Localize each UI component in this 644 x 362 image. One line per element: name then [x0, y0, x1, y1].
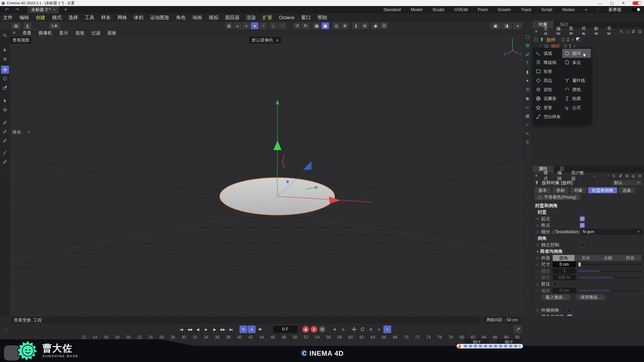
bevel-shape-option[interactable]: 圆角	[553, 255, 575, 261]
attribute-section-tab[interactable]: 封盖和倒角	[588, 187, 617, 193]
ruler-number[interactable]: 54	[315, 335, 319, 340]
extrude-checkbox[interactable]: ✓	[553, 282, 557, 287]
menu-item[interactable]: 运动图形	[150, 14, 169, 21]
layout-item[interactable]: Script	[541, 7, 552, 12]
collapse-icon[interactable]: ∨	[535, 249, 540, 253]
redo-icon[interactable]: ↷	[14, 7, 21, 13]
sculpt-tool-icon[interactable]: ∿	[524, 130, 531, 137]
close-button[interactable]: ✕	[621, 1, 626, 5]
row-both-bevel[interactable]: ∨ 两者均倒角	[535, 248, 641, 255]
expand-icon[interactable]: −	[534, 38, 538, 41]
spline-menu-item[interactable]: 轮廓	[562, 94, 591, 103]
ruler-number[interactable]: 70	[404, 335, 409, 340]
spline-menu-item[interactable]: 公式	[562, 103, 591, 112]
text-tool-icon[interactable]: T	[524, 60, 531, 66]
coordinate-system-button[interactable]: L⊕	[49, 22, 60, 29]
spline-menu-item[interactable]: 摆线	[562, 85, 591, 94]
ruler-number[interactable]: 44	[259, 335, 264, 340]
bevel-shape-option[interactable]: 样条	[619, 255, 641, 261]
magnify-icon[interactable]	[1, 31, 9, 39]
mirror-tool-button[interactable]: ∦	[352, 22, 360, 29]
ruler-number[interactable]: 30	[182, 335, 186, 340]
ruler-number[interactable]: 42	[248, 335, 253, 340]
om-filter-icon[interactable]: ⇵	[632, 29, 635, 34]
marker-icon[interactable]: A	[248, 326, 256, 333]
menu-item[interactable]: Octane	[279, 15, 294, 20]
attribute-section-tab[interactable]: 坐标	[552, 187, 569, 193]
menu-item[interactable]: 体积	[134, 14, 143, 21]
paint-tool-icon[interactable]: ✓	[524, 121, 531, 128]
layer-grid-icon[interactable]: ▦	[524, 113, 531, 119]
ruler-number[interactable]: 74	[426, 335, 431, 340]
render-settings-button[interactable]: ◨	[502, 22, 512, 29]
phong-tag-icon[interactable]	[576, 37, 581, 42]
document-tab[interactable]: 未标题 2 * ×	[28, 6, 59, 13]
viewport-menu-item[interactable]: 选项	[75, 30, 84, 36]
spline-menu-item[interactable]: 星形	[534, 103, 562, 112]
am-back-icon[interactable]: ←	[593, 173, 597, 178]
key-settings-icon[interactable]	[319, 326, 326, 333]
spline-menu-item[interactable]: 花瓣形	[534, 94, 562, 103]
bevel-shape-option[interactable]: 步幅	[597, 255, 619, 261]
record-point-icon[interactable]	[350, 326, 358, 333]
ruler-number[interactable]: 14	[93, 335, 97, 340]
minimize-button[interactable]: —	[598, 1, 603, 5]
menu-item[interactable]: 跟踪器	[225, 14, 239, 21]
spline-pen-icon[interactable]	[1, 118, 9, 126]
subdivision-slider[interactable]	[578, 270, 641, 272]
ruler-number[interactable]: 32	[193, 335, 197, 340]
shading-wire-button[interactable]: ◒	[234, 22, 241, 29]
viewport-menu-item[interactable]: 过滤	[91, 30, 100, 36]
go-end-icon[interactable]: ▶|	[227, 326, 235, 333]
layout-item[interactable]: Groom	[498, 7, 511, 12]
start-checkbox[interactable]: ✓	[580, 216, 585, 221]
tessellation-dropdown[interactable]: N-gon▼	[580, 229, 643, 235]
spline-menu-item[interactable]: 四边	[534, 76, 562, 85]
tab-add-button[interactable]: +	[64, 7, 67, 13]
am-lock-icon[interactable]: ⊟	[625, 173, 628, 178]
axis-lock-x-button[interactable]: X	[24, 22, 31, 29]
move-icon[interactable]	[1, 66, 9, 74]
object-name[interactable]: 放样	[546, 37, 555, 43]
ruler-number[interactable]: 68	[393, 335, 397, 340]
go-start-icon[interactable]: |◀	[177, 326, 185, 333]
viewport[interactable]: ≡ 查看摄像机显示选项过滤面板 透视视图 默认摄像机 ⊞ 移动 + Y Z X	[10, 30, 522, 316]
ruler-number[interactable]: 34	[204, 335, 208, 340]
shading-lines-button[interactable]: ◔	[259, 22, 267, 29]
menu-item[interactable]: 动画	[192, 14, 202, 21]
om-search-icon[interactable]	[620, 30, 623, 33]
timeline-expand-icon[interactable]	[514, 325, 522, 333]
phong-tab[interactable]: ◯ 平滑着色(Phong)	[535, 194, 580, 200]
ruler-number[interactable]: 12	[82, 335, 86, 340]
am-hamburger-icon[interactable]: ≡	[535, 173, 538, 178]
save-preset-button[interactable]: 保存预设...	[576, 294, 606, 300]
quantize-snap-button[interactable]: ▦	[321, 22, 329, 29]
layout-item[interactable]: Paint	[478, 7, 488, 12]
attribute-section-tab[interactable]: 对象	[570, 187, 586, 193]
keyframe-bar-icon[interactable]: ≡	[375, 326, 383, 333]
ruler-number[interactable]: 24	[148, 335, 153, 340]
new-ui-toggle[interactable]	[631, 8, 640, 12]
ruler-number[interactable]: 46	[270, 335, 275, 340]
line-pen-icon[interactable]	[1, 158, 9, 166]
sketch-pen-icon[interactable]	[1, 127, 9, 135]
record-view-button[interactable]: ◉	[372, 22, 379, 29]
menu-item[interactable]: 扩展	[263, 14, 272, 21]
scene-gizmo[interactable]	[10, 30, 522, 316]
next-frame-icon[interactable]: |▶	[211, 326, 218, 333]
prev-key-icon[interactable]: ◀◀	[186, 326, 193, 333]
next-key-icon[interactable]: ▶▶	[219, 326, 227, 333]
layout-item[interactable]: Nodes	[562, 7, 575, 12]
grid-snap-button[interactable]: ▦	[313, 22, 320, 29]
magnet-tool-icon[interactable]: ∪	[524, 104, 531, 110]
menu-item[interactable]: 选择	[68, 14, 78, 21]
ruler-number[interactable]: 38	[226, 335, 231, 340]
ruler-number[interactable]: 22	[137, 335, 142, 340]
layout-item[interactable]: UVEdit	[455, 7, 468, 12]
ruler-number[interactable]: 66	[382, 335, 386, 340]
independent-checkbox[interactable]: ✓	[580, 243, 585, 247]
spline-menu-item[interactable]: 弧线	[534, 49, 562, 58]
ruler-number[interactable]: 56	[326, 335, 331, 340]
shading-dots-button[interactable]: ◍	[225, 22, 233, 29]
undo-view-button[interactable]: ▤	[12, 22, 21, 29]
